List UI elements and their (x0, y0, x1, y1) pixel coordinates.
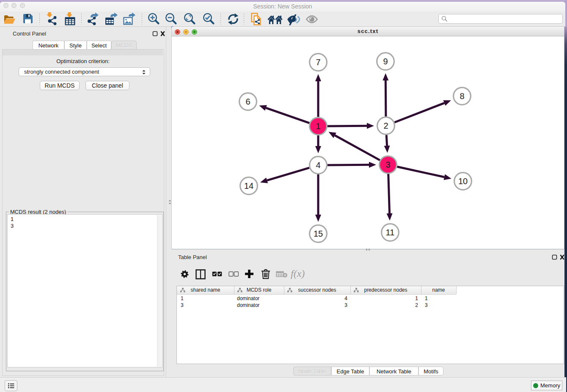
svg-text:8: 8 (460, 91, 464, 101)
svg-text:14: 14 (244, 181, 253, 190)
svg-text:11: 11 (386, 228, 395, 237)
svg-text:6: 6 (245, 97, 250, 106)
svg-text:4: 4 (316, 160, 320, 170)
svg-text:2: 2 (383, 121, 388, 130)
svg-text:7: 7 (316, 58, 320, 67)
svg-text:9: 9 (383, 57, 388, 66)
svg-text:15: 15 (314, 229, 323, 238)
svg-text:10: 10 (458, 177, 468, 186)
svg-text:3: 3 (385, 160, 390, 169)
svg-text:1: 1 (316, 121, 320, 131)
